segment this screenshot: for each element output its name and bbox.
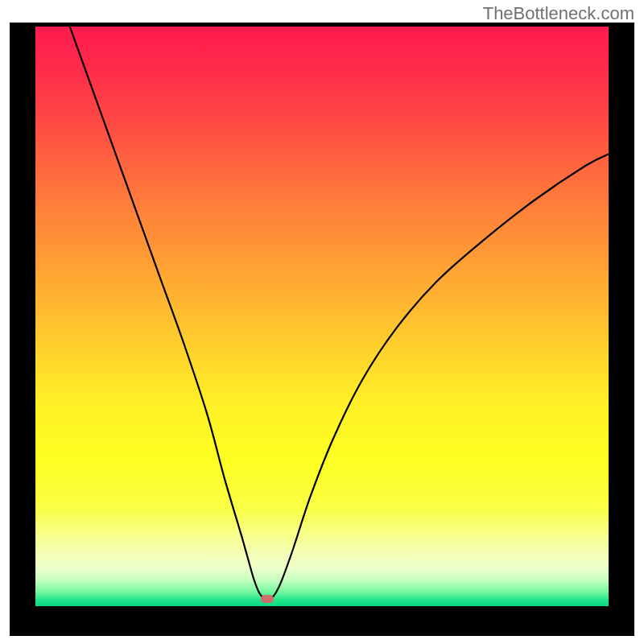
watermark-text: TheBottleneck.com [483,3,634,24]
curve-layer [35,27,609,606]
chart-container: TheBottleneck.com [0,0,644,644]
plot-frame [10,23,634,636]
bottleneck-curve [70,27,609,599]
optimal-point-marker [261,595,274,603]
plot-area [35,27,609,606]
